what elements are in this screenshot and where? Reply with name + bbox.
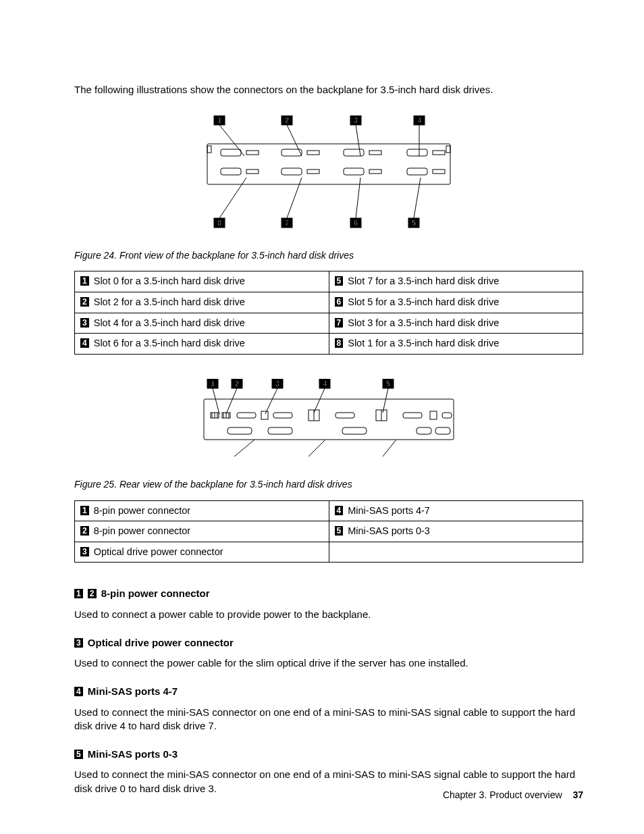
callout-chip: 6 xyxy=(335,297,344,307)
callout-chip: 3 xyxy=(80,547,89,556)
svg-rect-22 xyxy=(221,168,241,175)
callout-chip: 4 xyxy=(80,338,89,348)
table-25: 1 8-pin power connector4 Mini-SAS ports … xyxy=(74,500,583,563)
svg-rect-14 xyxy=(221,149,241,156)
table-row: 2 8-pin power connector5 Mini-SAS ports … xyxy=(75,521,583,542)
figure-24-caption: Figure 24. Front view of the backplane f… xyxy=(74,249,583,262)
section-heading: 5 Mini-SAS ports 0-3 xyxy=(74,748,583,761)
svg-rect-25 xyxy=(307,170,319,174)
svg-text:4: 4 xyxy=(417,116,422,124)
section-heading: 1 2 8-pin power connector xyxy=(74,587,583,600)
callout-chip: 5 xyxy=(335,276,344,286)
figure-25-caption: Figure 25. Rear view of the backplane fo… xyxy=(74,478,583,491)
callout-chip: 1 xyxy=(217,116,221,124)
callout-chip: 4 xyxy=(335,506,344,515)
svg-text:4: 4 xyxy=(323,380,327,388)
footer-page-number: 37 xyxy=(572,789,583,800)
cell: 5 Slot 7 for a 3.5-inch hard disk drive xyxy=(329,271,583,292)
table-row: 2 Slot 2 for a 3.5-inch hard disk drive6… xyxy=(75,292,583,313)
callout-chip: 2 xyxy=(80,297,89,307)
svg-text:3: 3 xyxy=(354,116,358,124)
svg-line-50 xyxy=(265,388,277,414)
callout-chip: 1 xyxy=(74,589,83,598)
callout-top: 1 2 3 4 xyxy=(214,115,425,156)
svg-text:1: 1 xyxy=(211,380,215,388)
svg-rect-78 xyxy=(268,427,292,434)
table-row: 3 Slot 4 for a 3.5-inch hard disk drive7… xyxy=(75,313,583,334)
cell: 4 Mini-SAS ports 4-7 xyxy=(329,500,583,521)
svg-rect-17 xyxy=(307,151,319,155)
svg-rect-27 xyxy=(369,170,381,174)
callout-chip: 1 xyxy=(80,276,89,286)
table-row: 3 Optical drive power connector xyxy=(75,542,583,563)
svg-rect-26 xyxy=(344,168,364,175)
svg-text:5: 5 xyxy=(412,219,416,227)
svg-line-56 xyxy=(383,388,388,413)
svg-line-53 xyxy=(314,388,325,413)
cell: 5 Mini-SAS ports 0-3 xyxy=(329,521,583,542)
svg-line-32 xyxy=(219,178,246,218)
section-heading: 3 Optical drive power connector xyxy=(74,636,583,650)
callout-chip: 2 xyxy=(80,526,89,536)
svg-rect-74 xyxy=(403,413,422,418)
callout-chip: 3 xyxy=(80,318,89,328)
section-body: Used to connect a power cable to provide… xyxy=(74,608,583,621)
intro-paragraph: The following illustrations show the con… xyxy=(74,83,583,97)
svg-rect-71 xyxy=(336,413,354,418)
svg-rect-80 xyxy=(417,427,431,434)
cell: 8 Slot 1 for a 3.5-inch hard disk drive xyxy=(329,334,583,355)
svg-rect-68 xyxy=(273,413,292,418)
svg-line-83 xyxy=(308,440,325,457)
svg-rect-21 xyxy=(433,151,445,155)
svg-rect-20 xyxy=(407,149,427,156)
callout-chip: 7 xyxy=(335,318,344,328)
figure-24: 1 2 3 4 xyxy=(74,115,583,234)
svg-line-47 xyxy=(226,388,237,414)
svg-rect-28 xyxy=(407,168,427,175)
svg-line-7 xyxy=(356,125,360,156)
svg-rect-67 xyxy=(261,411,268,419)
cell: 4 Slot 6 for a 3.5-inch hard disk drive xyxy=(75,334,329,355)
svg-rect-57 xyxy=(204,399,454,440)
section-body: Used to connect the power cable for the … xyxy=(74,656,583,670)
svg-rect-19 xyxy=(369,151,381,155)
cell: 2 Slot 2 for a 3.5-inch hard disk drive xyxy=(75,292,329,313)
svg-rect-79 xyxy=(342,427,367,434)
svg-rect-29 xyxy=(433,170,445,174)
cell: 3 Optical drive power connector xyxy=(75,542,329,563)
svg-rect-12 xyxy=(207,146,211,153)
callout-chip: 4 xyxy=(74,687,83,696)
svg-rect-75 xyxy=(430,411,437,419)
svg-line-4 xyxy=(287,125,302,156)
svg-rect-76 xyxy=(442,413,452,418)
table-row: 1 8-pin power connector4 Mini-SAS ports … xyxy=(75,500,583,521)
cell xyxy=(329,542,583,563)
cell: 3 Slot 4 for a 3.5-inch hard disk drive xyxy=(75,313,329,334)
cell: 1 8-pin power connector xyxy=(75,500,329,521)
svg-line-35 xyxy=(287,178,302,218)
svg-line-38 xyxy=(356,178,360,218)
svg-text:7: 7 xyxy=(285,219,289,227)
cell: 2 8-pin power connector xyxy=(75,521,329,542)
svg-rect-15 xyxy=(246,151,259,155)
cell: 6 Slot 5 for a 3.5-inch hard disk drive xyxy=(329,292,583,313)
callout-chip: 1 xyxy=(80,506,89,515)
cell: 7 Slot 3 for a 3.5-inch hard disk drive xyxy=(329,313,583,334)
svg-text:3: 3 xyxy=(275,380,279,388)
svg-rect-18 xyxy=(344,149,364,156)
table-24: 1 Slot 0 for a 3.5-inch hard disk drive5… xyxy=(74,271,583,354)
svg-line-41 xyxy=(414,178,421,218)
table-row: 4 Slot 6 for a 3.5-inch hard disk drive8… xyxy=(75,334,583,355)
svg-line-44 xyxy=(213,388,219,414)
callout-chip: 2 xyxy=(88,589,97,598)
cell: 1 Slot 0 for a 3.5-inch hard disk drive xyxy=(75,271,329,292)
page-footer: Chapter 3. Product overview 37 xyxy=(443,789,583,802)
svg-text:5: 5 xyxy=(386,380,390,388)
svg-rect-23 xyxy=(246,170,259,174)
svg-rect-77 xyxy=(227,427,252,434)
section-body: Used to connect the mini-SAS connector o… xyxy=(74,706,583,733)
footer-chapter: Chapter 3. Product overview xyxy=(443,789,562,800)
svg-text:6: 6 xyxy=(354,219,358,227)
svg-line-1 xyxy=(219,125,244,156)
svg-rect-13 xyxy=(446,146,450,153)
